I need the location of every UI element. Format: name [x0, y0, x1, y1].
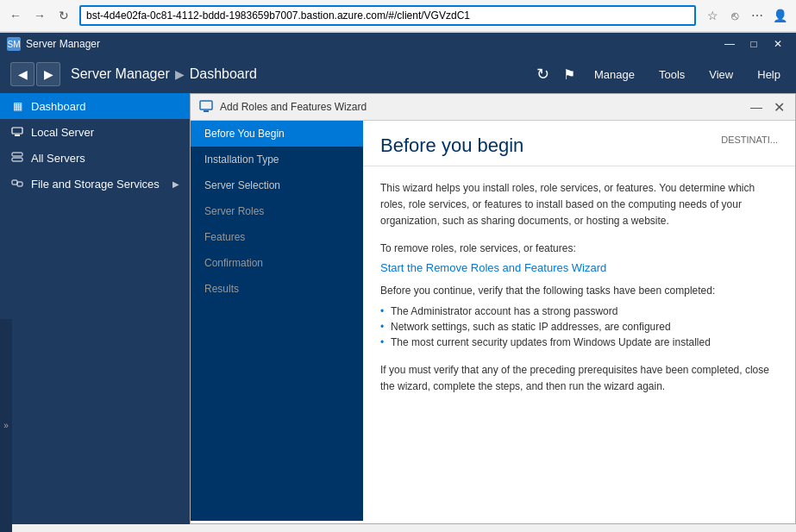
title-bar: SM Server Manager — □ ✕ [0, 33, 796, 55]
wizard-nav-results: Results [191, 276, 363, 302]
sidebar-item-local-server[interactable]: Local Server [0, 119, 190, 145]
refresh-button[interactable]: ↻ [55, 7, 72, 24]
svg-rect-1 [15, 135, 20, 136]
bullet-2: Network settings, such as static IP addr… [380, 319, 778, 335]
close-button[interactable]: ✕ [767, 36, 789, 52]
nav-buttons: ◀ ▶ [10, 62, 60, 86]
wizard-nav-features: Features [191, 224, 363, 250]
wizard-nav-confirmation: Confirmation [191, 250, 363, 276]
breadcrumb-current: Dashboard [190, 66, 257, 82]
breadcrumb: Server Manager ▶ Dashboard [71, 66, 526, 82]
svg-rect-2 [12, 153, 22, 156]
dashboard-icon: ▦ [10, 99, 24, 113]
wizard-title-text: Add Roles and Features Wizard [220, 101, 742, 113]
sidebar-label-local-server: Local Server [31, 126, 94, 139]
settings-icon[interactable]: ⋯ [748, 6, 767, 25]
breadcrumb-root[interactable]: Server Manager [71, 66, 170, 82]
content-area: WELCOME TO SERVER MANAGER 1 Configure th… [190, 93, 796, 524]
expand-icon: » [3, 421, 9, 430]
header-back-button[interactable]: ◀ [10, 62, 34, 86]
app-window: SM Server Manager — □ ✕ ◀ ▶ Server Manag… [0, 33, 796, 524]
wizard-body: Before You Begin Installation Type Serve… [191, 121, 795, 521]
header-refresh-icon[interactable]: ↻ [536, 65, 549, 84]
sidebar-expand-button[interactable]: » [0, 319, 12, 524]
header-actions: ↻ ⚑ Manage Tools View Help [536, 65, 786, 84]
back-button[interactable]: ← [7, 7, 24, 24]
wizard-bullet-list: The Administrator account has a strong p… [380, 304, 778, 350]
sidebar-item-dashboard[interactable]: ▦ Dashboard [0, 93, 190, 119]
wizard-page-title: Before you begin [380, 135, 778, 157]
main-layout: ▦ Dashboard Local Server All Servers Fi [0, 93, 796, 524]
wizard-footer-text: If you must verify that any of the prece… [380, 362, 778, 395]
sidebar-item-all-servers[interactable]: All Servers [0, 145, 190, 171]
sidebar-item-file-storage[interactable]: File and Storage Services ▶ [0, 171, 190, 197]
file-storage-icon [10, 177, 24, 191]
bullet-3: The most current security updates from W… [380, 335, 778, 350]
wizard-nav-server-roles: Server Roles [191, 198, 363, 224]
sidebar-label-all-servers: All Servers [31, 152, 85, 165]
wizard-nav-installation-type[interactable]: Installation Type [191, 147, 363, 172]
menu-view[interactable]: View [704, 65, 738, 84]
bookmark-icon[interactable]: ☆ [703, 6, 722, 25]
app-icon: SM [7, 37, 21, 51]
wizard-nav-before-you-begin[interactable]: Before You Begin [191, 121, 363, 147]
wizard-sidebar: Before You Begin Installation Type Serve… [191, 121, 363, 521]
wizard-icon [199, 100, 213, 114]
profile-icon[interactable]: 👤 [770, 6, 789, 25]
wizard-window: Add Roles and Features Wizard — ✕ Before… [190, 93, 796, 524]
svg-rect-7 [204, 110, 209, 112]
browser-chrome: ← → ↻ ☆ ⎋ ⋯ 👤 [0, 0, 796, 33]
window-controls: — □ ✕ [718, 36, 789, 52]
menu-help[interactable]: Help [752, 65, 786, 84]
header-flag-icon[interactable]: ⚑ [563, 66, 575, 83]
browser-nav: ← → ↻ ☆ ⎋ ⋯ 👤 [0, 0, 796, 32]
wizard-nav-confirmation-label: Confirmation [204, 257, 263, 269]
app-title: Server Manager [26, 38, 100, 50]
breadcrumb-separator: ▶ [175, 67, 185, 81]
svg-rect-5 [17, 182, 22, 186]
sidebar: ▦ Dashboard Local Server All Servers Fi [0, 93, 190, 524]
wizard-nav-server-roles-label: Server Roles [204, 205, 264, 217]
wizard-nav-installation-label: Installation Type [204, 153, 279, 166]
address-bar[interactable] [79, 5, 696, 26]
svg-rect-0 [12, 128, 22, 134]
destination-label: DESTINATI... [721, 135, 778, 145]
svg-rect-4 [12, 180, 17, 185]
wizard-overlay: Add Roles and Features Wizard — ✕ Before… [190, 93, 796, 524]
local-server-icon [10, 125, 24, 139]
wizard-nav-results-label: Results [204, 283, 239, 295]
sidebar-arrow-file-storage: ▶ [172, 179, 179, 189]
wizard-remove-title: To remove roles, role services, or featu… [380, 242, 778, 254]
sidebar-label-file-storage: File and Storage Services [31, 178, 160, 191]
wizard-verify-title: Before you continue, verify that the fol… [380, 285, 778, 297]
wizard-main-content: This wizard helps you install roles, rol… [363, 166, 795, 521]
wizard-page-header: DESTINATI... Before you begin [363, 121, 795, 166]
wizard-remove-link[interactable]: Start the Remove Roles and Features Wiza… [380, 261, 606, 274]
wizard-nav-server-selection[interactable]: Server Selection [191, 172, 363, 198]
wizard-minimize-button[interactable]: — [749, 99, 764, 115]
wizard-content: DESTINATI... Before you begin This wizar… [363, 121, 795, 521]
wizard-intro-text: This wizard helps you install roles, rol… [380, 180, 778, 230]
svg-rect-6 [200, 101, 212, 110]
svg-rect-3 [12, 158, 22, 161]
wizard-nav-features-label: Features [204, 231, 245, 243]
wizard-close-button[interactable]: ✕ [771, 99, 787, 115]
wizard-nav-server-selection-label: Server Selection [204, 179, 280, 191]
all-servers-icon [10, 151, 24, 165]
forward-button[interactable]: → [31, 7, 48, 24]
maximize-button[interactable]: □ [743, 36, 765, 52]
browser-icons: ☆ ⎋ ⋯ 👤 [703, 6, 789, 25]
minimize-button[interactable]: — [718, 36, 741, 52]
sidebar-label-dashboard: Dashboard [31, 100, 86, 113]
menu-bar: ◀ ▶ Server Manager ▶ Dashboard ↻ ⚑ Manag… [0, 55, 796, 93]
header-forward-button[interactable]: ▶ [36, 62, 60, 86]
menu-manage[interactable]: Manage [589, 65, 640, 84]
bullet-1: The Administrator account has a strong p… [380, 304, 778, 319]
wizard-titlebar: Add Roles and Features Wizard — ✕ [191, 94, 795, 121]
menu-tools[interactable]: Tools [654, 65, 690, 84]
wizard-nav-before-label: Before You Begin [204, 128, 285, 140]
share-icon[interactable]: ⎋ [725, 6, 744, 25]
